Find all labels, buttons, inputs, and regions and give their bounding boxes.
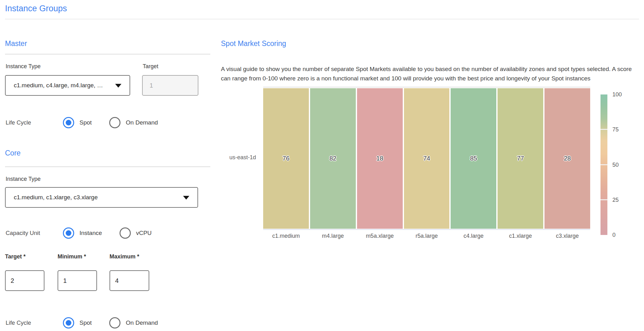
master-life-cycle-row: Life Cycle Spot On Demand: [5, 116, 215, 129]
core-instance-type-value: c1.medium, c1.xlarge, c3.xlarge: [14, 194, 98, 201]
heatmap-bottom-border: [263, 229, 590, 230]
heatmap-x-label: m5a.xlarge: [357, 233, 403, 239]
colorbar-tick-line: [601, 199, 607, 200]
on-demand-radio-label: On Demand: [126, 119, 158, 126]
core-maximum-input[interactable]: [110, 270, 149, 291]
on-demand-radio[interactable]: [109, 317, 120, 328]
spot-radio-label: Spot: [79, 119, 92, 126]
vcpu-radio-label: vCPU: [136, 230, 152, 237]
colorbar-tick-label: 100: [612, 91, 622, 98]
core-maximum-label: Maximum *: [110, 253, 139, 260]
colorbar-tick-line: [601, 129, 607, 130]
heatmap-cell-value: 28: [564, 155, 571, 162]
heatmap-y-label: us-east-1d: [221, 154, 256, 161]
master-section-heading: Master: [5, 39, 27, 48]
heatmap-cell-value: 74: [423, 155, 430, 162]
heatmap-cell-value: 85: [470, 155, 477, 162]
core-section-heading: Core: [5, 149, 21, 157]
core-life-cycle-radio-group: Spot On Demand: [63, 317, 176, 328]
heatmap-cell[interactable]: 76: [263, 88, 309, 229]
heatmap-cell[interactable]: 28: [544, 88, 590, 229]
core-minimum-field-wrap: [58, 270, 97, 291]
heatmap-cell-value: 77: [517, 155, 524, 162]
master-divider: [5, 54, 210, 54]
capacity-unit-label: Capacity Unit: [5, 230, 63, 237]
spot-radio[interactable]: [63, 317, 74, 328]
heatmap-x-label: c4.large: [451, 233, 496, 239]
master-target-field-wrap: [142, 75, 198, 96]
instance-groups-form: Master Instance Type c1.medium, c4.large…: [5, 0, 215, 331]
heatmap-x-label: c3.xlarge: [544, 233, 590, 239]
core-divider: [5, 166, 210, 167]
vcpu-radio[interactable]: [120, 227, 131, 239]
heatmap-top-border: [263, 87, 590, 88]
heatmap-cell-value: 76: [283, 155, 289, 162]
master-instance-type-value: c1.medium, c4.large, m4.large, …: [14, 82, 103, 89]
heatmap-row: 76821874857728: [263, 88, 590, 229]
spot-radio-label: Spot: [79, 319, 92, 326]
heatmap-cell-value: 18: [376, 155, 383, 162]
colorbar-tick-label: 75: [612, 126, 619, 133]
spot-market-description: A visual guide to show you the number of…: [221, 64, 638, 83]
instance-radio[interactable]: [63, 227, 74, 239]
colorbar-tick-label: 0: [612, 232, 616, 238]
chevron-down-icon: [115, 84, 121, 88]
colorbar-tick-label: 25: [612, 196, 619, 203]
heatmap-cell[interactable]: 74: [404, 88, 450, 229]
heatmap-cell[interactable]: 18: [357, 88, 403, 229]
core-target-input[interactable]: [5, 270, 44, 291]
core-instance-type-select[interactable]: c1.medium, c1.xlarge, c3.xlarge: [5, 187, 198, 208]
heatmap-x-label: r5a.large: [404, 233, 450, 239]
on-demand-radio[interactable]: [109, 117, 120, 128]
master-target-input[interactable]: [142, 75, 198, 96]
master-target-label: Target: [143, 63, 158, 70]
core-capacity-unit-row: Capacity Unit Instance vCPU: [5, 227, 215, 239]
heatmap-cell[interactable]: 77: [498, 88, 543, 229]
master-life-cycle-radio-group: Spot On Demand: [63, 117, 176, 128]
capacity-unit-radio-group: Instance vCPU: [63, 227, 169, 239]
core-life-cycle-row: Life Cycle Spot On Demand: [5, 317, 215, 329]
core-instance-type-label: Instance Type: [6, 176, 41, 182]
heatmap-cell[interactable]: 82: [310, 88, 356, 229]
on-demand-radio-label: On Demand: [126, 319, 158, 326]
instance-radio-label: Instance: [79, 230, 102, 237]
core-target-field-wrap: [5, 270, 44, 291]
core-maximum-field-wrap: [110, 270, 149, 291]
spot-radio[interactable]: [63, 117, 74, 128]
master-instance-type-select[interactable]: c1.medium, c4.large, m4.large, …: [5, 75, 130, 96]
heatmap-x-labels: c1.mediumm4.largem5a.xlarger5a.largec4.l…: [263, 233, 590, 239]
core-minimum-input[interactable]: [58, 270, 97, 291]
spot-market-panel: Spot Market Scoring A visual guide to sh…: [221, 0, 644, 331]
master-life-cycle-label: Life Cycle: [5, 119, 63, 126]
heatmap-x-label: m4.large: [310, 233, 356, 239]
heatmap-cell[interactable]: 85: [451, 88, 496, 229]
colorbar-tick-line: [601, 164, 607, 165]
chevron-down-icon: [183, 196, 189, 200]
core-target-label: Target *: [5, 253, 26, 260]
heatmap-x-label: c1.xlarge: [498, 233, 543, 239]
heatmap-x-label: c1.medium: [263, 233, 309, 239]
colorbar-tick-label: 50: [612, 161, 619, 168]
master-instance-type-label: Instance Type: [6, 63, 41, 70]
spot-market-heatmap: 76821874857728: [263, 88, 590, 229]
spot-market-heading: Spot Market Scoring: [221, 39, 286, 48]
core-life-cycle-label: Life Cycle: [5, 319, 63, 326]
core-minimum-label: Minimum *: [58, 253, 86, 260]
heatmap-cell-value: 82: [330, 155, 336, 162]
